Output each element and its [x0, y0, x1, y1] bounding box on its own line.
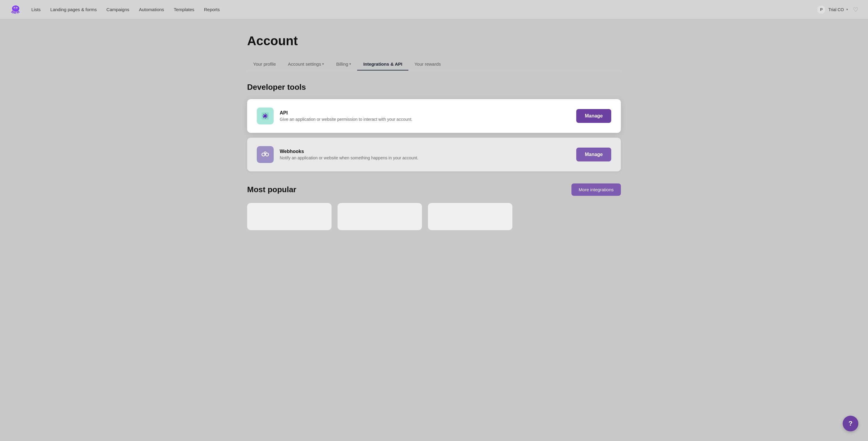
main-content: Account Your profile Account settings ▾ …: [223, 19, 645, 245]
account-name: Trial CO: [828, 7, 844, 12]
nav-links: Lists Landing pages & forms Campaigns Au…: [31, 7, 817, 12]
nav-campaigns[interactable]: Campaigns: [106, 7, 129, 12]
navbar-right: P Trial CO ▾ ♡: [817, 5, 858, 14]
account-menu[interactable]: P Trial CO ▾: [817, 5, 848, 14]
nav-automations[interactable]: Automations: [139, 7, 164, 12]
webhooks-card: Webhooks Notify an application or websit…: [247, 138, 621, 171]
webhooks-manage-button[interactable]: Manage: [576, 148, 611, 161]
api-icon-svg: API: [260, 111, 270, 121]
svg-point-12: [264, 152, 266, 154]
api-info: API Give an application or website permi…: [280, 110, 570, 122]
integration-card-3[interactable]: [428, 203, 513, 230]
billing-chevron: ▾: [349, 62, 351, 66]
svg-text:API: API: [263, 115, 267, 118]
nav-landing-pages[interactable]: Landing pages & forms: [50, 7, 97, 12]
webhooks-description: Notify an application or website when so…: [280, 155, 570, 160]
tabs: Your profile Account settings ▾ Billing …: [247, 58, 621, 70]
navbar: Lists Landing pages & forms Campaigns Au…: [0, 0, 868, 19]
api-card: API API Give an application or website p…: [247, 99, 621, 133]
webhooks-info: Webhooks Notify an application or websit…: [280, 149, 570, 160]
api-description: Give an application or website permissio…: [280, 117, 570, 122]
webhook-icon-svg: [260, 150, 270, 159]
webhooks-name: Webhooks: [280, 149, 570, 154]
integration-card-1[interactable]: [247, 203, 332, 230]
nav-templates[interactable]: Templates: [174, 7, 194, 12]
svg-point-4: [14, 7, 15, 8]
page-title: Account: [247, 34, 621, 48]
most-popular-header: Most popular More integrations: [247, 184, 621, 196]
tab-your-profile[interactable]: Your profile: [247, 58, 282, 70]
heart-icon[interactable]: ♡: [853, 6, 858, 13]
avatar: P: [817, 5, 826, 14]
developer-tools-title: Developer tools: [247, 83, 621, 92]
api-manage-button[interactable]: Manage: [576, 109, 611, 123]
svg-point-5: [17, 7, 17, 8]
logo[interactable]: [10, 3, 22, 16]
api-name: API: [280, 110, 570, 116]
webhook-icon-wrapper: [257, 146, 274, 163]
account-settings-chevron: ▾: [322, 62, 324, 66]
integration-cards: [247, 203, 621, 230]
nav-lists[interactable]: Lists: [31, 7, 41, 12]
most-popular-title: Most popular: [247, 185, 296, 194]
tab-integrations-api[interactable]: Integrations & API: [357, 58, 408, 70]
more-integrations-button[interactable]: More integrations: [571, 184, 621, 196]
integration-card-2[interactable]: [338, 203, 422, 230]
api-icon-wrapper: API: [257, 107, 274, 124]
tab-account-settings[interactable]: Account settings ▾: [282, 58, 330, 70]
tab-your-rewards[interactable]: Your rewards: [408, 58, 447, 70]
tab-billing[interactable]: Billing ▾: [330, 58, 357, 70]
help-button[interactable]: ?: [843, 416, 858, 431]
nav-reports[interactable]: Reports: [204, 7, 220, 12]
chevron-down-icon: ▾: [846, 7, 848, 11]
